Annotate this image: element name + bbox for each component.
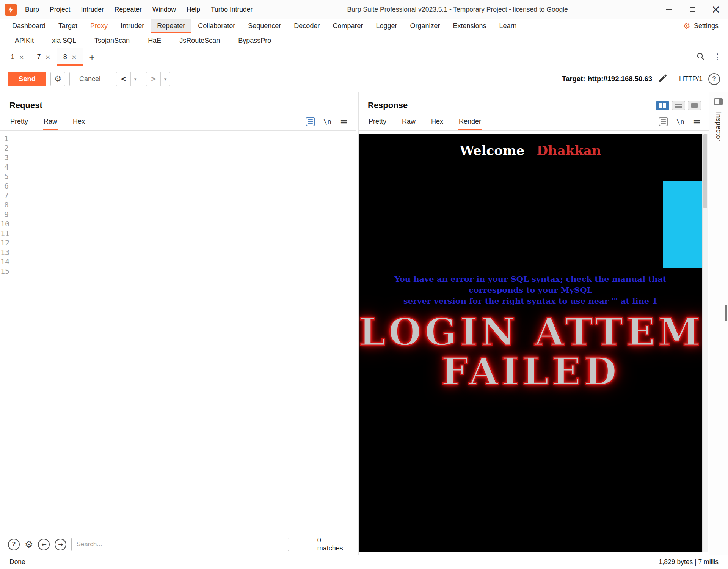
main-tab-logger[interactable]: Logger	[369, 19, 403, 33]
main-tab-learn[interactable]: Learn	[493, 19, 523, 33]
history-back-button[interactable]: < ▾	[116, 72, 140, 86]
close-tab-icon[interactable]: ×	[72, 53, 77, 61]
forward-arrow-icon[interactable]: >	[146, 72, 160, 86]
editor-menu-icon[interactable]: ≡	[340, 117, 348, 127]
menu-item-turbo-intruder[interactable]: Turbo Intruder	[206, 0, 258, 19]
search-help-icon[interactable]: ?	[8, 539, 20, 550]
prev-match-icon[interactable]: ←	[38, 539, 50, 550]
settings-label: Settings	[694, 22, 719, 30]
line-number: 5	[0, 172, 14, 181]
main-tab-bar: DashboardTargetProxyIntruderRepeaterColl…	[0, 19, 728, 33]
main-tab-repeater[interactable]: Repeater	[151, 19, 191, 33]
extension-tab-bypasspro[interactable]: BypassPro	[229, 33, 280, 48]
history-forward-button[interactable]: > ▾	[146, 72, 170, 86]
main-tab-dashboard[interactable]: Dashboard	[6, 19, 52, 33]
layout-columns-button[interactable]	[656, 101, 669, 110]
cancel-button[interactable]: Cancel	[69, 72, 110, 86]
main-tab-proxy[interactable]: Proxy	[84, 19, 114, 33]
main-tab-extensions[interactable]: Extensions	[447, 19, 493, 33]
back-arrow-icon[interactable]: <	[116, 72, 130, 86]
line-number: 12	[0, 238, 14, 248]
forward-dropdown-icon[interactable]: ▾	[160, 72, 170, 86]
inspector-label[interactable]: Inspector	[714, 112, 722, 142]
next-match-icon[interactable]: →	[55, 539, 66, 550]
main-tab-organizer[interactable]: Organizer	[404, 19, 447, 33]
request-tab-raw[interactable]: Raw	[43, 113, 58, 130]
line-number: 15	[0, 267, 14, 276]
request-line: 10	[0, 219, 356, 229]
request-tab-hex[interactable]: Hex	[72, 113, 86, 130]
main-tab-comparer[interactable]: Comparer	[326, 19, 369, 33]
close-tab-icon[interactable]: ×	[45, 53, 50, 61]
show-newlines-icon[interactable]: \n	[323, 118, 332, 126]
response-header: Response	[359, 92, 709, 113]
login-failed-banner: LOGIN ATTEMP FAILED	[359, 312, 702, 391]
repeater-tab-label: 1	[11, 53, 14, 61]
login-failed-line2: FAILED	[359, 352, 702, 391]
main-tab-sequencer[interactable]: Sequencer	[242, 19, 287, 33]
send-settings-gear-icon[interactable]: ⚙	[50, 72, 65, 86]
word-wrap-icon[interactable]	[306, 117, 315, 126]
menu-item-help[interactable]: Help	[181, 0, 206, 19]
response-tab-pretty[interactable]: Pretty	[368, 113, 387, 130]
minimize-button[interactable]	[657, 0, 681, 19]
inspector-strip: Inspector	[709, 92, 728, 555]
editor-menu-icon[interactable]: ≡	[693, 117, 701, 127]
main-tab-decoder[interactable]: Decoder	[287, 19, 326, 33]
help-icon[interactable]: ?	[708, 73, 720, 85]
request-line: 11	[0, 229, 356, 238]
menu-bar: BurpProjectIntruderRepeaterWindowHelpTur…	[20, 0, 258, 19]
response-subtab-icons: \n ≡	[659, 117, 701, 127]
menu-item-intruder[interactable]: Intruder	[75, 0, 109, 19]
layout-rows-button[interactable]	[672, 101, 685, 110]
response-tab-render[interactable]: Render	[458, 113, 482, 130]
toolbar-right: Target: http://192.168.50.63 HTTP/1 ?	[562, 73, 720, 85]
word-wrap-icon[interactable]	[659, 117, 668, 126]
close-button[interactable]: ×	[704, 0, 728, 19]
main-tab-target[interactable]: Target	[52, 19, 84, 33]
response-scrollbar-thumb[interactable]	[703, 134, 707, 208]
inspector-dock-icon[interactable]	[714, 98, 723, 105]
search-icon[interactable]	[696, 52, 705, 62]
extension-tab-jsroutescan[interactable]: JsRouteScan	[170, 33, 229, 48]
response-panel: Response PrettyRawHexRender \n ≡	[358, 92, 709, 555]
menu-item-project[interactable]: Project	[44, 0, 75, 19]
settings-button[interactable]: ⚙Settings	[674, 19, 728, 33]
extension-tab-hae[interactable]: HaE	[139, 33, 170, 48]
close-tab-icon[interactable]: ×	[19, 53, 24, 61]
menu-item-window[interactable]: Window	[147, 0, 181, 19]
edit-target-pencil-icon[interactable]	[658, 74, 667, 85]
menu-item-repeater[interactable]: Repeater	[109, 0, 147, 19]
repeater-tab-7[interactable]: 7×	[30, 48, 56, 66]
http-version[interactable]: HTTP/1	[679, 75, 703, 83]
request-editor[interactable]: 123456789101112131415	[0, 131, 356, 534]
more-options-icon[interactable]: ⋮	[713, 53, 722, 61]
response-scrollbar[interactable]	[702, 134, 708, 552]
response-tab-hex[interactable]: Hex	[430, 113, 444, 130]
request-line: 1	[0, 134, 356, 143]
login-failed-line1: LOGIN ATTEMP	[359, 312, 702, 352]
extension-tab-apikit[interactable]: APIKit	[6, 33, 43, 48]
repeater-tab-8[interactable]: 8×	[57, 48, 83, 66]
extension-tab-tsojanscan[interactable]: TsojanScan	[85, 33, 139, 48]
send-button[interactable]: Send	[8, 72, 46, 86]
repeater-tab-1[interactable]: 1×	[4, 48, 30, 66]
toolbar-separator	[673, 73, 673, 85]
add-tab-button[interactable]: +	[83, 48, 101, 66]
show-newlines-icon[interactable]: \n	[676, 118, 685, 126]
search-settings-gear-icon[interactable]: ⚙	[25, 540, 33, 549]
main-tab-collaborator[interactable]: Collaborator	[191, 19, 242, 33]
maximize-button[interactable]	[681, 0, 704, 19]
response-tab-raw[interactable]: Raw	[401, 113, 416, 130]
request-tab-pretty[interactable]: Pretty	[9, 113, 29, 130]
response-metrics: 1,829 bytes | 7 millis	[659, 558, 719, 566]
edge-drag-handle[interactable]	[725, 305, 727, 321]
request-line: 9	[0, 210, 356, 219]
search-input[interactable]	[71, 538, 289, 551]
line-number: 11	[0, 229, 14, 238]
menu-item-burp[interactable]: Burp	[20, 0, 44, 19]
layout-single-button[interactable]	[688, 101, 701, 110]
main-tab-intruder[interactable]: Intruder	[114, 19, 151, 33]
extension-tab-xia-sql[interactable]: xia SQL	[43, 33, 85, 48]
back-dropdown-icon[interactable]: ▾	[130, 72, 140, 86]
